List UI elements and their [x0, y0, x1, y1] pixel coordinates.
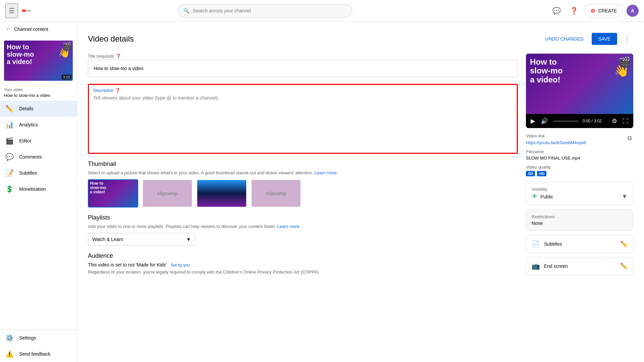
avatar[interactable]: A	[627, 5, 639, 17]
end-screen-row: 📺 End screen ✏️	[526, 257, 633, 275]
feedback-icon: ⚠️	[5, 350, 14, 358]
video-quality-row: Video quality SD HD	[526, 165, 633, 176]
thumb-overlay-text: How toslow-moa video!	[4, 41, 37, 68]
main-layout: ← Channel content How toslow-moa video! …	[0, 21, 644, 362]
channel-content-label: Channel content	[14, 26, 48, 32]
search-input[interactable]	[193, 8, 346, 13]
comments-label: Comments	[19, 154, 42, 160]
sidebar-bottom: ⚙️ Settings ⚠️ Send feedback	[0, 329, 77, 362]
thumbnail-option-4[interactable]: clipcamp	[251, 179, 301, 207]
description-wrapper: Description ❓	[88, 84, 518, 154]
thumbnail-options: How toslow-moa video! clipcamp	[88, 179, 518, 207]
end-screen-edit-button[interactable]: ✏️	[620, 262, 628, 270]
progress-bar[interactable]	[553, 121, 579, 122]
sidebar-video-label: Your video How to slow-mo a video	[0, 85, 77, 101]
sidebar-item-details[interactable]: ✏️ Details	[0, 101, 77, 117]
video-link-info: Video link https://youtu.be/K0xmbM4oys8	[526, 133, 586, 145]
thumb-duration: 3:02	[62, 75, 71, 79]
undo-changes-button[interactable]: UNDO CHANGES	[541, 34, 587, 44]
playlist-selected-value: Watch & Learn	[92, 237, 123, 242]
video-preview-thumbnail: How toslow-moa video! 👋 🎬	[526, 54, 633, 114]
audience-label: This video is set to not 'Made for Kids'	[88, 262, 167, 267]
end-screen-card[interactable]: 📺 End screen ✏️	[526, 257, 633, 275]
title-input[interactable]	[88, 60, 518, 77]
thumbnail-option-1[interactable]: How toslow-moa video!	[88, 179, 138, 207]
youtube-icon: Studio	[22, 7, 33, 14]
video-link-label: Video link	[526, 133, 586, 138]
sd-badge: SD	[526, 171, 535, 176]
quality-label: Video quality	[526, 165, 633, 170]
visibility-selector[interactable]: 👁 Public ▼	[526, 193, 633, 205]
audience-section: Audience This video is set to not 'Made …	[88, 252, 518, 275]
set-by-you-badge: Set by you	[171, 263, 190, 267]
sidebar-item-monetisation[interactable]: 💲 Monetisation	[0, 181, 77, 197]
restrictions-value: None	[532, 221, 628, 226]
sidebar-item-editor[interactable]: 🎬 Editor	[0, 133, 77, 149]
thumbnail-option-2[interactable]: clipcamp	[142, 179, 193, 207]
youtube-studio-logo: Studio	[22, 7, 33, 14]
sidebar-item-analytics[interactable]: 📊 Analytics	[0, 117, 77, 133]
help-icon-btn[interactable]: ❓	[567, 4, 581, 17]
play-button[interactable]: ▶	[529, 116, 537, 126]
thumbnail-section: Thumbnail Select or upload a picture tha…	[88, 161, 518, 207]
subtitles-edit-button[interactable]: ✏️	[620, 240, 628, 248]
subtitles-card-label: Subtitles	[544, 241, 616, 247]
hd-badge: HD	[537, 171, 546, 176]
create-icon: ⊕	[590, 7, 595, 14]
filename-label: Filename	[526, 149, 544, 154]
visibility-arrow-icon: ▼	[622, 193, 628, 200]
thumbnail-title: Thumbnail	[88, 161, 518, 168]
send-feedback-label: Send feedback	[19, 351, 50, 357]
title-field-group: Title (required) ❓	[88, 54, 518, 77]
subtitles-card[interactable]: 📄 Subtitles ✏️	[526, 235, 633, 253]
settings-icon: ⚙️	[5, 334, 14, 342]
volume-button[interactable]: 🔊	[539, 116, 549, 126]
settings-label: Settings	[19, 335, 36, 341]
copy-link-button[interactable]: ⧉	[626, 133, 633, 143]
clipcamp-watermark-2: clipcamp	[157, 191, 178, 196]
clipcamp-watermark-4: clipcamp	[266, 191, 286, 196]
restrictions-label: Restrictions	[532, 214, 628, 219]
back-to-channel[interactable]: ← Channel content	[0, 21, 77, 37]
playlists-section: Playlists Add your video to one or more …	[88, 214, 518, 246]
fullscreen-button[interactable]: ⛶	[621, 116, 630, 126]
save-button[interactable]: SAVE	[592, 33, 617, 45]
sidebar-item-feedback[interactable]: ⚠️ Send feedback	[0, 346, 77, 362]
top-navigation: ☰ Studio 🔍 💬 ❓ ⊕ CREATE A	[0, 0, 644, 21]
left-column: Title (required) ❓ Description ❓	[88, 54, 518, 281]
title-help-icon[interactable]: ❓	[115, 54, 121, 59]
two-column-layout: Title (required) ❓ Description ❓	[88, 54, 633, 281]
more-options-button[interactable]: ⋮	[621, 32, 633, 46]
restrictions-card: Restrictions None	[526, 209, 633, 231]
create-button[interactable]: ⊕ CREATE	[585, 4, 623, 17]
search-bar[interactable]: 🔍	[178, 4, 352, 17]
sidebar-item-subtitles[interactable]: 📝 Subtitles	[0, 165, 77, 181]
editor-label: Editor	[19, 138, 32, 143]
visibility-card-label: Visibility	[532, 187, 628, 192]
playlist-dropdown[interactable]: Watch & Learn ▼	[88, 233, 195, 246]
settings-button[interactable]: ⚙	[610, 116, 619, 126]
subtitles-card-icon: 📄	[532, 240, 540, 248]
description-textarea[interactable]	[93, 95, 513, 149]
hamburger-menu[interactable]: ☰	[5, 3, 18, 18]
sidebar-video-thumb[interactable]: How toslow-moa video! 👋 🎬 3:02	[4, 41, 73, 81]
thumb-preview-4: clipcamp	[252, 180, 301, 207]
audience-desc: Regardless of your location, you're lega…	[88, 269, 518, 275]
description-help-icon[interactable]: ❓	[115, 88, 120, 93]
playlists-learn-more-link[interactable]: Learn more	[277, 224, 299, 229]
feedback-icon-btn[interactable]: 💬	[550, 4, 563, 17]
thumbnail-learn-more-link[interactable]: Learn more	[315, 170, 337, 175]
filename-value: SLOW MO FINAL USE.mp4	[526, 156, 580, 161]
sidebar: ← Channel content How toslow-moa video! …	[0, 21, 77, 362]
video-link[interactable]: https://youtu.be/K0xmbM4oys8	[526, 140, 586, 145]
restrictions-panel: Restrictions None	[526, 209, 633, 231]
subtitles-icon: 📝	[5, 169, 14, 177]
details-label: Details	[19, 106, 34, 111]
sidebar-item-settings[interactable]: ⚙️ Settings	[0, 330, 77, 346]
thumb-preview-3	[197, 180, 246, 207]
video-link-row: Video link https://youtu.be/K0xmbM4oys8 …	[526, 133, 633, 145]
thumbnail-option-3[interactable]	[197, 179, 247, 207]
analytics-icon: 📊	[5, 121, 14, 129]
filename-row: Filename SLOW MO FINAL USE.mp4	[526, 149, 633, 161]
sidebar-item-comments[interactable]: 💬 Comments	[0, 149, 77, 165]
